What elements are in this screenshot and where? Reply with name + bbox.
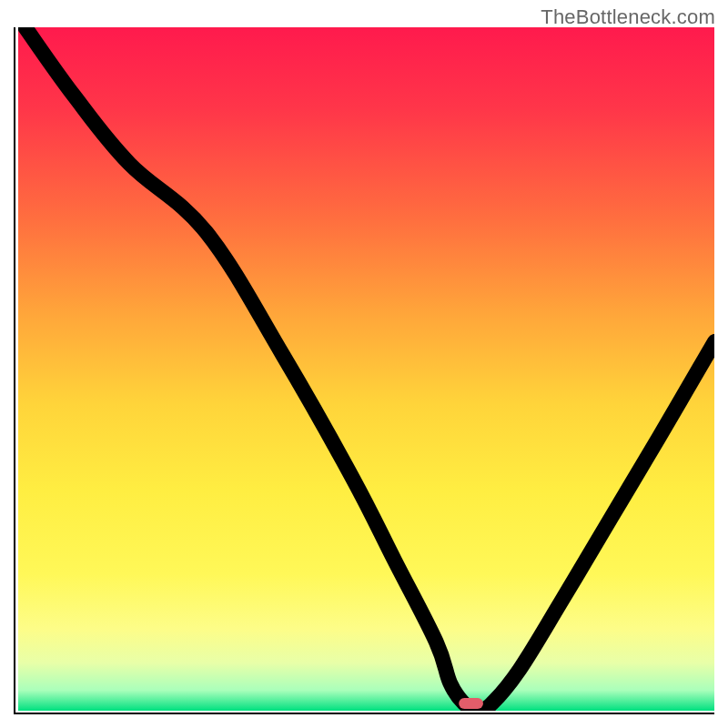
optimal-point-marker [459, 698, 483, 709]
chart-overlay-svg [18, 27, 715, 711]
bottleneck-chart [14, 27, 714, 714]
bottleneck-curve-path [25, 27, 714, 711]
attribution-text: TheBottleneck.com [541, 5, 715, 29]
